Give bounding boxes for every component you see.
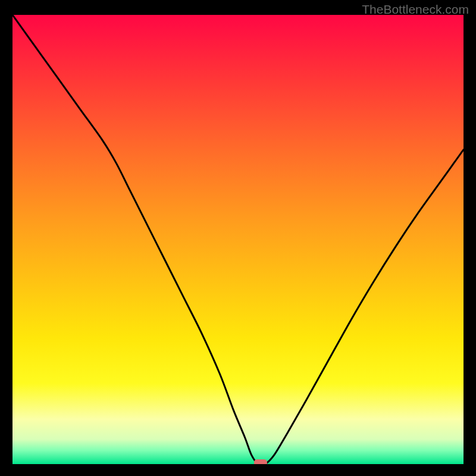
chart-svg <box>12 15 464 464</box>
chart-frame: TheBottleneck.com <box>0 0 476 476</box>
optimal-marker <box>254 459 267 464</box>
bottleneck-chart <box>12 15 464 464</box>
watermark-label: TheBottleneck.com <box>362 2 469 17</box>
chart-background <box>12 15 464 464</box>
